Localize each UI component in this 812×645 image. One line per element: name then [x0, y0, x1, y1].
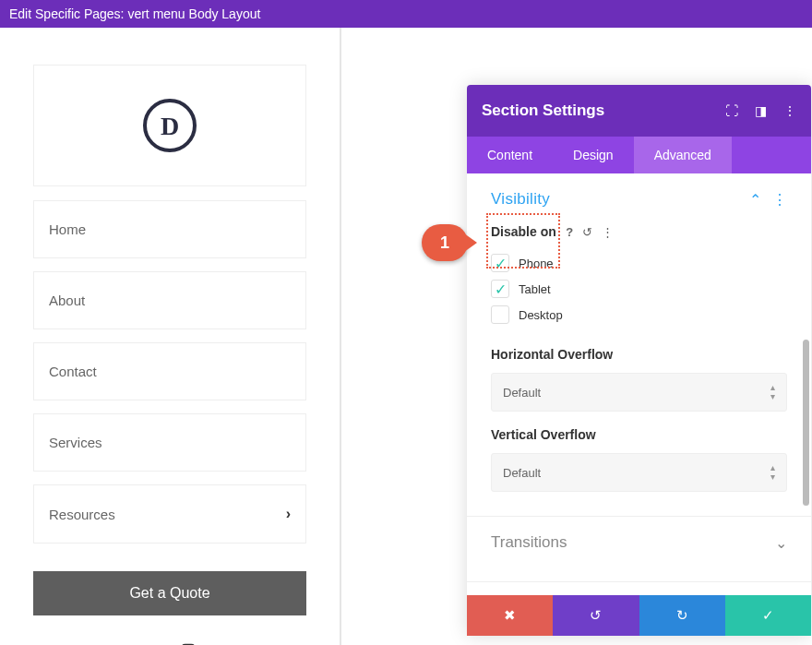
cta-button[interactable]: Get a Quote	[33, 571, 306, 615]
undo-button[interactable]: ↺	[553, 595, 639, 636]
checkbox-tablet[interactable]: ✓	[491, 280, 509, 298]
vert-overflow-select[interactable]: Default ▴▾	[491, 453, 787, 492]
header-title: Edit Specific Pages: vert menu Body Layo…	[9, 6, 260, 21]
panel-title: Section Settings	[482, 102, 604, 120]
reset-icon[interactable]: ↺	[582, 225, 592, 239]
menu-item-about[interactable]: About	[33, 271, 306, 329]
tab-advanced[interactable]: Advanced	[634, 137, 732, 173]
chevron-right-icon: ›	[286, 506, 291, 522]
visibility-section-header[interactable]: Visibility ⌃ ⋮	[467, 173, 811, 220]
options-icon[interactable]: ⋮	[772, 191, 787, 209]
svg-text:D: D	[161, 112, 179, 140]
panel-header[interactable]: Section Settings ⛶ ◨ ⋮	[467, 85, 811, 137]
horiz-overflow-label: Horizontal Overflow	[491, 347, 613, 362]
scrollbar[interactable]	[803, 340, 809, 506]
menu-item-resources[interactable]: Resources ›	[33, 484, 306, 543]
menu-item-services[interactable]: Services	[33, 413, 306, 472]
chevron-down-icon[interactable]: ⌄	[775, 534, 787, 552]
settings-panel: Section Settings ⛶ ◨ ⋮ Content Design Ad…	[467, 85, 811, 636]
horiz-overflow-select[interactable]: Default ▴▾	[491, 373, 787, 412]
checkbox-phone[interactable]: ✓	[491, 254, 509, 272]
social-icons	[33, 639, 306, 645]
more-icon[interactable]: ⋮	[783, 103, 796, 118]
save-button[interactable]: ✓	[725, 595, 811, 636]
divi-logo-icon: D	[142, 98, 197, 153]
help-icon[interactable]: ?	[566, 225, 573, 239]
expand-icon[interactable]: ⛶	[725, 103, 738, 118]
redo-button[interactable]: ↻	[639, 595, 725, 636]
tab-content[interactable]: Content	[467, 137, 553, 173]
annotation-badge: 1	[422, 224, 468, 261]
tab-design[interactable]: Design	[553, 137, 634, 173]
logo-container: D	[33, 65, 306, 186]
sort-icon: ▴▾	[770, 383, 775, 401]
tabs: Content Design Advanced	[467, 137, 811, 173]
sort-icon: ▴▾	[770, 463, 775, 482]
more-options-icon[interactable]: ⋮	[602, 225, 614, 239]
snap-icon[interactable]: ◨	[755, 103, 767, 118]
transitions-section-header[interactable]: Transitions ⌄	[467, 517, 811, 568]
menu-item-home[interactable]: Home	[33, 200, 306, 258]
menu-item-contact[interactable]: Contact	[33, 342, 306, 400]
close-button[interactable]: ✖	[467, 595, 553, 636]
disable-on-label: Disable on	[491, 224, 556, 239]
page-header: Edit Specific Pages: vert menu Body Layo…	[0, 0, 812, 28]
left-preview-panel: D Home About Contact Services Resources …	[0, 28, 341, 645]
chevron-up-icon[interactable]: ⌃	[749, 191, 761, 209]
checkbox-desktop[interactable]	[491, 305, 509, 324]
panel-footer: ✖ ↺ ↻ ✓	[467, 595, 811, 636]
vert-overflow-label: Vertical Overflow	[491, 427, 596, 442]
